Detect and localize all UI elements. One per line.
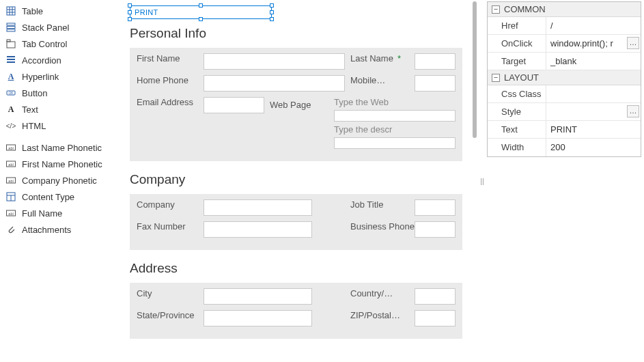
toolbox-item-stack-panel[interactable]: Stack Panel bbox=[0, 19, 120, 36]
resize-handle-ml[interactable] bbox=[128, 10, 132, 14]
prop-name: Style bbox=[488, 103, 546, 120]
svg-text:abl: abl bbox=[8, 163, 13, 167]
resize-handle-br[interactable] bbox=[270, 17, 274, 21]
toolbox-item-text[interactable]: A Text bbox=[0, 101, 120, 117]
input-email[interactable] bbox=[204, 97, 264, 113]
input-zip[interactable] bbox=[415, 310, 456, 326]
section-title-company: Company bbox=[130, 172, 462, 187]
label-job-title: Job Title bbox=[350, 199, 383, 210]
expander-icon[interactable]: − bbox=[492, 74, 500, 82]
label-fax: Fax Number bbox=[137, 221, 186, 232]
text-icon: A bbox=[5, 104, 16, 115]
propgrid-row-width[interactable]: Width 200 bbox=[488, 139, 641, 156]
propgrid-row-style[interactable]: Style … bbox=[488, 103, 641, 121]
resize-handle-bm[interactable] bbox=[199, 17, 203, 21]
input-country[interactable] bbox=[415, 288, 456, 305]
toolbox-item-table[interactable]: Table bbox=[0, 3, 120, 19]
prop-value[interactable]: / bbox=[546, 17, 641, 34]
toolbox-label: HTML bbox=[22, 121, 46, 131]
svg-text:abl: abl bbox=[8, 146, 13, 150]
prop-value[interactable] bbox=[546, 85, 641, 102]
prop-name: Css Class bbox=[488, 85, 546, 102]
input-state[interactable] bbox=[204, 310, 312, 326]
toolbox-label: Button bbox=[22, 88, 48, 98]
svg-text:abl: abl bbox=[8, 212, 13, 216]
label-email: Email Address bbox=[137, 97, 193, 107]
label-country: Country/… bbox=[350, 288, 393, 298]
propgrid-category-common[interactable]: − COMMON bbox=[488, 2, 641, 17]
input-mobile[interactable] bbox=[415, 75, 456, 92]
input-home-phone[interactable] bbox=[204, 75, 345, 92]
prop-value[interactable]: _blank bbox=[546, 53, 641, 70]
ellipsis-button[interactable]: … bbox=[627, 37, 639, 49]
label-company: Company bbox=[137, 199, 175, 210]
splitter-handle[interactable]: || bbox=[477, 0, 487, 362]
toolbox-item-hyperlink[interactable]: A Hyperlink bbox=[0, 68, 120, 85]
selected-element-text: PRINT bbox=[135, 8, 158, 16]
scrollbar-thumb[interactable] bbox=[473, 1, 477, 138]
propgrid-row-cssclass[interactable]: Css Class bbox=[488, 85, 641, 103]
input-web-page[interactable] bbox=[334, 110, 456, 122]
expander-icon[interactable]: − bbox=[492, 5, 500, 14]
toolbox-label: First Name Phonetic bbox=[22, 159, 102, 169]
section-title-address: Address bbox=[130, 261, 462, 276]
section-title-personal: Personal Info bbox=[130, 26, 462, 41]
selected-print-element[interactable]: PRINT bbox=[130, 5, 272, 19]
field-item-attachments[interactable]: Attachments bbox=[0, 221, 120, 238]
svg-rect-0 bbox=[7, 7, 15, 15]
prop-value[interactable]: PRINT bbox=[546, 121, 641, 138]
input-first-name[interactable] bbox=[204, 53, 345, 70]
resize-handle-tm[interactable] bbox=[199, 3, 203, 8]
prop-value[interactable]: window.print(); r … bbox=[546, 35, 641, 52]
propgrid-row-target[interactable]: Target _blank bbox=[488, 53, 641, 70]
input-fax[interactable] bbox=[204, 221, 312, 238]
input-last-name[interactable] bbox=[415, 53, 456, 70]
propgrid-row-href[interactable]: Href / bbox=[488, 17, 641, 35]
propgrid-category-layout[interactable]: − LAYOUT bbox=[488, 70, 641, 85]
toolbox-item-accordion[interactable]: Accordion bbox=[0, 52, 120, 68]
propgrid-row-onclick[interactable]: OnClick window.print(); r … bbox=[488, 35, 641, 53]
prop-value[interactable]: … bbox=[546, 103, 641, 120]
ellipsis-button[interactable]: … bbox=[627, 105, 639, 117]
placeholder-web-desc: Type the descr bbox=[334, 124, 456, 135]
design-scrollbar[interactable] bbox=[472, 0, 477, 362]
toolbox-item-button[interactable]: OK Button bbox=[0, 85, 120, 101]
property-grid: − COMMON Href / OnClick window.print(); … bbox=[487, 1, 641, 157]
input-job-title[interactable] bbox=[415, 199, 456, 216]
field-item-company-phonetic[interactable]: abl Company Phonetic bbox=[0, 172, 120, 189]
propgrid-row-text[interactable]: Text PRINT bbox=[488, 121, 641, 139]
prop-name: Href bbox=[488, 17, 546, 34]
label-city: City bbox=[137, 288, 152, 298]
input-city[interactable] bbox=[204, 288, 312, 305]
label-zip: ZIP/Postal… bbox=[350, 310, 400, 320]
svg-rect-7 bbox=[7, 29, 15, 31]
category-label: COMMON bbox=[504, 4, 546, 14]
resize-handle-bl[interactable] bbox=[128, 17, 132, 21]
toolbox-item-tab-control[interactable]: Tab Control bbox=[0, 36, 120, 52]
design-surface-wrapper: PRINT Personal Info First Name Last Name… bbox=[120, 0, 477, 362]
resize-handle-tr[interactable] bbox=[270, 3, 274, 8]
prop-name: OnClick bbox=[488, 35, 546, 52]
resize-handle-mr[interactable] bbox=[270, 10, 274, 14]
content-type-icon bbox=[5, 191, 16, 202]
field-item-full-name[interactable]: abl Full Name bbox=[0, 205, 120, 221]
label-first-name: First Name bbox=[137, 53, 180, 64]
design-surface[interactable]: PRINT Personal Info First Name Last Name… bbox=[120, 0, 472, 362]
prop-value[interactable]: 200 bbox=[546, 139, 641, 156]
toolbox-item-html[interactable]: </> HTML bbox=[0, 117, 120, 134]
label-state: State/Province bbox=[137, 310, 195, 320]
field-item-content-type[interactable]: Content Type bbox=[0, 189, 120, 205]
svg-rect-8 bbox=[7, 42, 15, 48]
input-company[interactable] bbox=[204, 199, 312, 216]
resize-handle-tl[interactable] bbox=[128, 3, 132, 8]
field-item-last-name-phonetic[interactable]: abl Last Name Phonetic bbox=[0, 139, 120, 156]
field-abl-icon: abl bbox=[5, 142, 16, 153]
input-web-desc[interactable] bbox=[334, 137, 456, 149]
label-mobile: Mobile… bbox=[350, 75, 385, 85]
toolbox-label: Full Name bbox=[22, 208, 62, 219]
field-abl-icon: abl bbox=[5, 208, 16, 219]
table-icon bbox=[5, 5, 16, 16]
input-business-phone[interactable] bbox=[415, 221, 456, 238]
field-item-first-name-phonetic[interactable]: abl First Name Phonetic bbox=[0, 156, 120, 172]
form-block-company: Company Job Title Fax Number Business Ph… bbox=[130, 194, 462, 250]
